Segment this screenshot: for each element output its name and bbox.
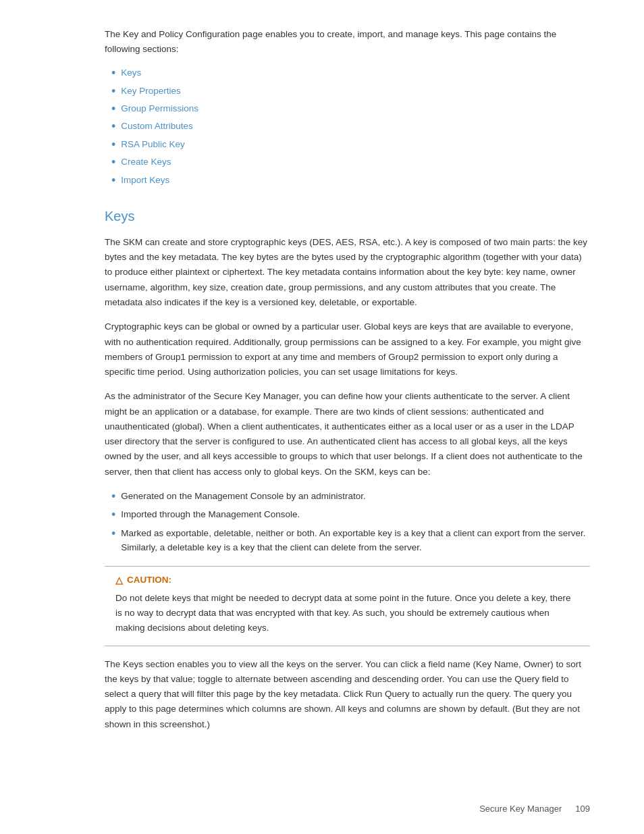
- caution-triangle-icon: △: [115, 575, 123, 585]
- page-footer: Secure Key Manager 109: [479, 804, 590, 814]
- keys-paragraph-1: The SKM can create and store cryptograph…: [105, 235, 590, 310]
- toc-list: • Keys • Key Properties • Group Permissi…: [111, 66, 590, 188]
- bullet-text-generated: Generated on the Management Console by a…: [121, 489, 365, 504]
- toc-item-group-permissions: • Group Permissions: [111, 101, 590, 117]
- bullet-icon: •: [111, 84, 115, 99]
- bullet-icon: •: [111, 155, 115, 170]
- toc-item-rsa-public-key: • RSA Public Key: [111, 137, 590, 153]
- caution-box: △ CAUTION: Do not delete keys that might…: [105, 566, 590, 646]
- page-container: The Key and Policy Configuration page en…: [0, 0, 644, 834]
- bullet-icon: •: [111, 119, 115, 134]
- intro-paragraph: The Key and Policy Configuration page en…: [105, 27, 590, 56]
- toc-link-custom-attributes[interactable]: Custom Attributes: [121, 119, 193, 134]
- toc-link-rsa-public-key[interactable]: RSA Public Key: [121, 137, 185, 152]
- bullet-item-marked: • Marked as exportable, deletable, neith…: [111, 526, 590, 555]
- toc-item-import-keys: • Import Keys: [111, 173, 590, 188]
- toc-link-keys[interactable]: Keys: [121, 66, 141, 80]
- bullet-icon: •: [111, 173, 115, 188]
- bullet-icon: •: [111, 526, 115, 542]
- toc-link-group-permissions[interactable]: Group Permissions: [121, 101, 198, 116]
- footer-page-number: 109: [575, 804, 590, 814]
- bullet-icon: •: [111, 66, 115, 81]
- toc-item-create-keys: • Create Keys: [111, 155, 590, 170]
- bullet-icon: •: [111, 101, 115, 117]
- toc-link-key-properties[interactable]: Key Properties: [121, 84, 181, 99]
- bullet-icon: •: [111, 137, 115, 153]
- keys-final-paragraph: The Keys section enables you to view all…: [105, 657, 590, 732]
- caution-label: CAUTION:: [127, 575, 171, 585]
- keys-paragraph-3: As the administrator of the Secure Key M…: [105, 389, 590, 479]
- footer-title: Secure Key Manager: [479, 804, 562, 814]
- bullet-text-imported: Imported through the Management Console.: [121, 507, 300, 522]
- toc-item-keys: • Keys: [111, 66, 590, 81]
- bullet-icon: •: [111, 507, 115, 523]
- keys-paragraph-2: Cryptographic keys can be global or owne…: [105, 319, 590, 380]
- bullet-text-marked: Marked as exportable, deletable, neither…: [121, 526, 590, 555]
- keys-section-heading: Keys: [105, 209, 590, 224]
- keys-bullet-list: • Generated on the Management Console by…: [111, 489, 590, 555]
- toc-link-create-keys[interactable]: Create Keys: [121, 155, 171, 170]
- bullet-icon: •: [111, 489, 115, 504]
- keys-section: Keys The SKM can create and store crypto…: [105, 209, 590, 732]
- toc-link-import-keys[interactable]: Import Keys: [121, 173, 169, 188]
- caution-text: Do not delete keys that might be needed …: [115, 591, 579, 636]
- caution-header: △ CAUTION:: [115, 575, 579, 585]
- toc-item-key-properties: • Key Properties: [111, 84, 590, 99]
- toc-item-custom-attributes: • Custom Attributes: [111, 119, 590, 134]
- bullet-item-generated: • Generated on the Management Console by…: [111, 489, 590, 504]
- bullet-item-imported: • Imported through the Management Consol…: [111, 507, 590, 523]
